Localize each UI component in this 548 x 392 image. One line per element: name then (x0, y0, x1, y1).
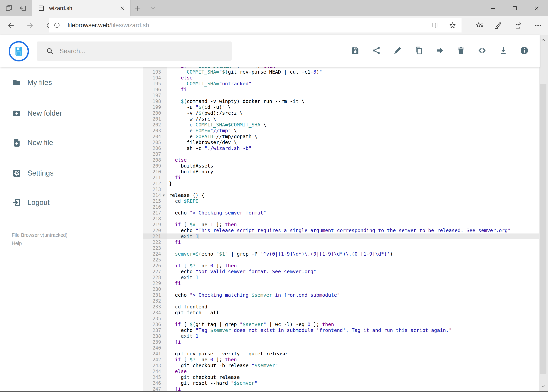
line-number-gutter[interactable]: 226 (143, 263, 167, 269)
line-number-gutter[interactable]: 216 (143, 204, 167, 210)
line-number-gutter[interactable]: 241 (143, 351, 167, 357)
line-number-gutter[interactable]: 236 (143, 322, 167, 327)
line-number-gutter[interactable]: 206 (143, 145, 167, 151)
info-button[interactable] (519, 45, 529, 56)
delete-button[interactable] (456, 45, 466, 56)
line-number-gutter[interactable]: 202 (143, 122, 167, 128)
line-number-gutter[interactable]: 242 (143, 357, 167, 363)
code-line[interactable]: 195 COMMIT_SHA="untracked" (143, 81, 539, 87)
line-number-gutter[interactable]: 238 (143, 333, 167, 339)
scroll-up-icon[interactable] (539, 35, 548, 44)
line-number-gutter[interactable]: 223 (143, 245, 167, 251)
search-box[interactable] (37, 42, 232, 61)
code-line[interactable]: 197 (143, 93, 539, 98)
code-line[interactable]: 242 if [ $? -ne 0 ]; then (143, 357, 539, 363)
code-line[interactable]: 212} (143, 181, 539, 187)
forward-button[interactable] (24, 19, 36, 32)
line-number-gutter[interactable]: 195 (143, 81, 167, 87)
code-line[interactable]: 210 buildBinary (143, 169, 539, 175)
code-line[interactable]: 230 (143, 286, 539, 292)
sidebar-item-logout[interactable]: Logout (0, 194, 143, 211)
line-number-gutter[interactable]: 220 (143, 228, 167, 233)
line-number-gutter[interactable]: 237 (143, 327, 167, 333)
code-line[interactable]: 202 -e COMMIT_SHA=$COMMIT_SHA \ (143, 122, 539, 128)
line-number-gutter[interactable]: 235 (143, 316, 167, 322)
line-number-gutter[interactable]: 246 (143, 380, 167, 386)
code-line[interactable]: 214▼release () { (143, 192, 539, 198)
share-file-button[interactable] (371, 45, 382, 56)
code-line[interactable]: 193 COMMIT_SHA="$(git rev-parse HEAD | c… (143, 69, 539, 75)
code-line[interactable]: 207 (143, 151, 539, 157)
code-line[interactable]: 213 (143, 187, 539, 192)
code-editor[interactable]: if [ "$USE_DOCKER" != "" ]; then193 COMM… (143, 67, 539, 391)
code-line[interactable]: 239 fi (143, 339, 539, 345)
code-line[interactable]: 220 echo "This release script requires a… (143, 228, 539, 233)
line-number-gutter[interactable]: 198 (143, 98, 167, 104)
save-button[interactable] (350, 45, 360, 56)
line-number-gutter[interactable]: 224 (143, 251, 167, 257)
set-tabs-aside-button[interactable] (17, 2, 28, 14)
line-number-gutter[interactable] (143, 67, 167, 69)
line-number-gutter[interactable]: 215 (143, 198, 167, 204)
address-bar[interactable]: filebrowser.web/files/wizard.sh (49, 18, 462, 33)
line-number-gutter[interactable]: 211 (143, 175, 167, 181)
line-number-gutter[interactable]: 233 (143, 304, 167, 310)
code-line[interactable]: 199 -u "$(id -u)" \ (143, 104, 539, 110)
line-number-gutter[interactable]: 240 (143, 345, 167, 351)
line-number-gutter[interactable]: 218 (143, 216, 167, 222)
code-line[interactable]: 198 $(command -v winpty) docker run --rm… (143, 98, 539, 104)
code-line[interactable]: 194 else (143, 75, 539, 81)
code-line[interactable]: 200 -v /$(pwd):/src:z \ (143, 110, 539, 116)
line-number-gutter[interactable]: 212 (143, 181, 167, 187)
back-button[interactable] (5, 19, 17, 32)
site-info-icon[interactable] (54, 22, 60, 28)
page-scrollbar[interactable] (539, 35, 548, 391)
code-line[interactable]: 225 (143, 257, 539, 263)
line-number-gutter[interactable]: 247 (143, 386, 167, 391)
line-number-gutter[interactable]: 221 (143, 233, 167, 239)
scrollbar-thumb[interactable] (540, 84, 547, 374)
code-line[interactable]: 229 fi (143, 280, 539, 286)
code-line[interactable]: 232 (143, 298, 539, 304)
line-number-gutter[interactable]: 228 (143, 275, 167, 280)
line-number-gutter[interactable]: 210 (143, 169, 167, 175)
reading-view-icon[interactable] (431, 21, 439, 29)
filebrowser-logo[interactable] (9, 41, 29, 62)
close-tab-icon[interactable] (119, 5, 125, 11)
rename-button[interactable] (392, 45, 403, 56)
hub-button[interactable] (474, 20, 486, 31)
code-line[interactable]: 215 cd $REPO (143, 198, 539, 204)
line-number-gutter[interactable]: 239 (143, 339, 167, 345)
code-line[interactable]: 228 exit 1 (143, 275, 539, 280)
code-line[interactable]: 247 fi (143, 386, 539, 391)
code-line[interactable]: 223 (143, 245, 539, 251)
editor-mode-button[interactable] (477, 45, 487, 56)
scroll-down-icon[interactable] (539, 382, 548, 391)
line-number-gutter[interactable]: 229 (143, 280, 167, 286)
code-line[interactable]: 205 filebrowser/dev \ (143, 140, 539, 145)
code-line[interactable]: 246 git reset --hard "$semver" (143, 380, 539, 386)
line-number-gutter[interactable]: 219 (143, 222, 167, 228)
line-number-gutter[interactable]: 214▼ (143, 192, 167, 198)
favorite-star-icon[interactable] (449, 21, 457, 29)
line-number-gutter[interactable]: 234 (143, 310, 167, 316)
sidebar-item-my-files[interactable]: My files (0, 74, 143, 91)
line-number-gutter[interactable]: 231 (143, 292, 167, 298)
code-line[interactable]: 217 echo "> Checking semver format" (143, 210, 539, 216)
code-line[interactable]: 204 -e GOPATH=//tmp/gopath \ (143, 134, 539, 140)
code-line[interactable]: 224 semver=$(echo "$1" | grep -P '^v(0|[… (143, 251, 539, 257)
line-number-gutter[interactable]: 197 (143, 93, 167, 98)
copy-button[interactable] (414, 45, 424, 56)
code-line[interactable]: 238 exit 1 (143, 333, 539, 339)
line-number-gutter[interactable]: 199 (143, 104, 167, 110)
code-line[interactable]: 209 buildAssets (143, 163, 539, 169)
close-window-button[interactable] (526, 0, 548, 16)
code-line[interactable]: if [ "$USE_DOCKER" != "" ]; then (143, 67, 539, 69)
line-number-gutter[interactable]: 217 (143, 210, 167, 216)
line-number-gutter[interactable]: 193 (143, 69, 167, 75)
move-button[interactable] (435, 45, 445, 56)
new-tab-button[interactable] (132, 3, 143, 13)
fold-marker-icon[interactable]: ▼ (161, 192, 166, 198)
line-number-gutter[interactable]: 225 (143, 257, 167, 263)
url-text[interactable]: filebrowser.web/files/wizard.sh (68, 22, 149, 29)
